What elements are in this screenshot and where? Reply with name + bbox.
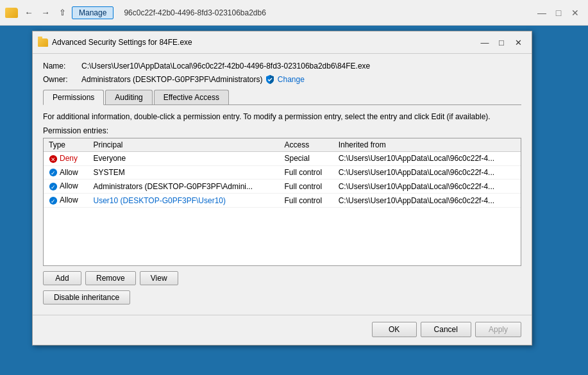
- taskbar-controls: — □ ✕: [534, 5, 583, 21]
- owner-row: Owner: Administrators (DESKTOP-G0PF3PF\A…: [43, 74, 521, 85]
- cell-principal: SYSTEM: [88, 165, 280, 179]
- dialog-close-btn[interactable]: ✕: [510, 35, 526, 49]
- cell-inherited: C:\Users\User10\AppData\Local\96c0c22f-4…: [333, 151, 521, 165]
- cell-type: ✓ Allow: [44, 194, 88, 208]
- dialog-maximize-btn[interactable]: □: [493, 35, 510, 49]
- entries-label: Permission entries:: [43, 126, 521, 135]
- permission-table-container[interactable]: Type Principal Access Inherited from ✕ D…: [43, 138, 521, 266]
- tab-auditing[interactable]: Auditing: [105, 90, 152, 104]
- taskbar: ← → ⇧ Manage 96c0c22f-42b0-4496-8fd3-023…: [0, 0, 588, 26]
- owner-label: Owner:: [43, 75, 81, 84]
- table-row[interactable]: ✓ AllowUser10 (DESKTOP-G0PF3PF\User10)Fu…: [44, 194, 521, 208]
- cell-inherited: C:\Users\User10\AppData\Local\96c0c22f-4…: [333, 194, 521, 208]
- cell-inherited: C:\Users\User10\AppData\Local\96c0c22f-4…: [333, 179, 521, 194]
- svg-text:✓: ✓: [51, 184, 56, 190]
- svg-text:✓: ✓: [51, 198, 56, 204]
- cancel-btn[interactable]: Cancel: [421, 322, 471, 337]
- svg-text:✓: ✓: [51, 170, 56, 176]
- dialog-folder-icon: [38, 38, 48, 47]
- taskbar-forward-btn[interactable]: →: [38, 6, 53, 20]
- permission-table: Type Principal Access Inherited from ✕ D…: [44, 138, 521, 208]
- change-link[interactable]: Change: [278, 75, 305, 84]
- dialog-overlay: Advanced Security Settings for 84FE.exe …: [32, 31, 532, 346]
- table-row[interactable]: ✕ DenyEveryoneSpecialC:\Users\User10\App…: [44, 151, 521, 165]
- cell-principal: Everyone: [88, 151, 280, 165]
- taskbar-manage-btn[interactable]: Manage: [72, 6, 113, 19]
- advanced-security-dialog: Advanced Security Settings for 84FE.exe …: [32, 31, 532, 346]
- ok-btn[interactable]: OK: [372, 322, 417, 337]
- taskbar-close-btn[interactable]: ✕: [567, 5, 583, 21]
- dialog-title: Advanced Security Settings for 84FE.exe: [52, 38, 476, 47]
- tabs: Permissions Auditing Effective Access: [43, 90, 521, 105]
- description-text: For additional information, double-click…: [43, 112, 521, 122]
- shield-icon: [265, 74, 275, 85]
- col-principal: Principal: [88, 138, 280, 152]
- cell-principal: Administrators (DESKTOP-G0PF3PF\Admini..…: [88, 179, 280, 194]
- add-btn[interactable]: Add: [43, 271, 81, 285]
- tab-permissions[interactable]: Permissions: [43, 90, 104, 105]
- col-access: Access: [280, 138, 333, 152]
- remove-btn[interactable]: Remove: [85, 271, 136, 285]
- dialog-titlebar: Advanced Security Settings for 84FE.exe …: [33, 31, 532, 54]
- disable-inheritance-btn[interactable]: Disable inheritance: [43, 290, 130, 304]
- dialog-minimize-btn[interactable]: —: [476, 35, 493, 49]
- name-label: Name:: [43, 62, 81, 71]
- dialog-footer: OK Cancel Apply: [33, 315, 532, 345]
- name-row: Name: C:\Users\User10\AppData\Local\96c0…: [43, 62, 521, 71]
- tab-effective-access[interactable]: Effective Access: [154, 90, 229, 104]
- view-btn[interactable]: View: [140, 271, 178, 285]
- name-value: C:\Users\User10\AppData\Local\96c0c22f-4…: [81, 62, 370, 71]
- taskbar-title: 96c0c22f-42b0-4496-8fd3-023106ba2db6: [116, 8, 532, 17]
- taskbar-minimize-btn[interactable]: —: [534, 5, 550, 21]
- owner-value: Administrators (DESKTOP-G0PF3PF\Administ…: [81, 75, 263, 84]
- cell-type: ✓ Allow: [44, 179, 88, 194]
- cell-principal[interactable]: User10 (DESKTOP-G0PF3PF\User10): [88, 194, 280, 208]
- apply-btn[interactable]: Apply: [475, 322, 521, 337]
- taskbar-up-btn[interactable]: ⇧: [55, 6, 69, 20]
- cell-type: ✕ Deny: [44, 151, 88, 165]
- cell-access: Full control: [280, 194, 333, 208]
- col-type: Type: [44, 138, 88, 152]
- table-row[interactable]: ✓ AllowAdministrators (DESKTOP-G0PF3PF\A…: [44, 179, 521, 194]
- svg-text:✕: ✕: [51, 156, 56, 162]
- col-inherited: Inherited from: [333, 138, 521, 152]
- cell-access: Full control: [280, 179, 333, 194]
- taskbar-back-btn[interactable]: ←: [22, 6, 36, 20]
- cell-type: ✓ Allow: [44, 165, 88, 179]
- taskbar-maximize-btn[interactable]: □: [551, 5, 566, 21]
- taskbar-folder-icon: [5, 8, 18, 18]
- cell-access: Full control: [280, 165, 333, 179]
- table-row[interactable]: ✓ AllowSYSTEMFull controlC:\Users\User10…: [44, 165, 521, 179]
- cell-inherited: C:\Users\User10\AppData\Local\96c0c22f-4…: [333, 165, 521, 179]
- action-buttons: Add Remove View: [43, 271, 521, 285]
- cell-access: Special: [280, 151, 333, 165]
- dialog-content: Name: C:\Users\User10\AppData\Local\96c0…: [33, 54, 532, 312]
